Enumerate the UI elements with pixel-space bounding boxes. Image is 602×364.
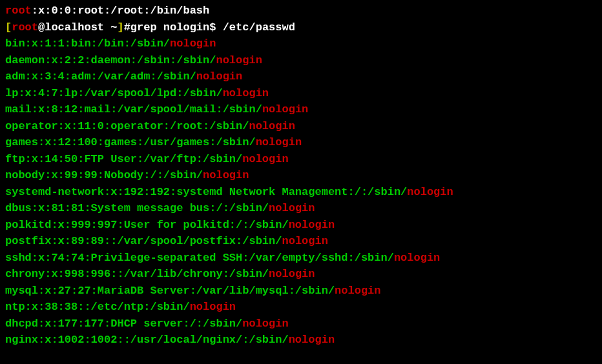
entry-prefix: games:x:12:100:games:/usr/games:/sbin/ <box>5 136 256 148</box>
prompt-host: @localhost ~ <box>38 21 117 34</box>
root-rest: :x:0:0:root:/root:/bin/bash <box>32 5 209 17</box>
entry-prefix: mysql:x:27:27:MariaDB Server:/var/lib/my… <box>5 285 335 297</box>
entry-prefix: adm:x:3:4:adm:/var/adm:/sbin/ <box>5 70 196 83</box>
entry-prefix: dhcpd:x:177:177:DHCP server:/:/sbin/ <box>5 318 242 330</box>
output-line: systemd-network:x:192:192:systemd Networ… <box>5 184 597 201</box>
entry-prefix: daemon:x:2:2:daemon:/sbin:/sbin/ <box>5 54 216 66</box>
entry-match: nologin <box>203 169 249 181</box>
entry-match: nologin <box>196 70 242 83</box>
entry-match: nologin <box>242 318 288 330</box>
output-line: ftp:x:14:50:FTP User:/var/ftp:/sbin/nolo… <box>5 151 597 168</box>
entry-prefix: bin:x:1:1:bin:/bin:/sbin/ <box>5 37 170 50</box>
entry-prefix: chrony:x:998:996::/var/lib/chrony:/sbin/ <box>5 268 269 280</box>
entry-match: nologin <box>262 103 308 116</box>
entry-match: nologin <box>335 285 380 297</box>
entry-prefix: lp:x:4:7:lp:/var/spool/lpd:/sbin/ <box>5 87 223 99</box>
output-line: daemon:x:2:2:daemon:/sbin:/sbin/nologin <box>5 52 597 69</box>
output-line: dbus:x:81:81:System message bus:/:/sbin/… <box>5 200 597 217</box>
output-line: chrony:x:998:996::/var/lib/chrony:/sbin/… <box>5 266 597 283</box>
entry-prefix: dbus:x:81:81:System message bus:/:/sbin/ <box>5 202 269 214</box>
entry-prefix: sshd:x:74:74:Privilege-separated SSH:/va… <box>5 252 394 264</box>
output-line: lp:x:4:7:lp:/var/spool/lpd:/sbin/nologin <box>5 85 597 102</box>
command-prompt-line[interactable]: [root@localhost ~]#grep nologin$ /etc/pa… <box>5 19 597 36</box>
entry-prefix: postfix:x:89:89::/var/spool/postfix:/sbi… <box>5 235 282 247</box>
entry-match: nologin <box>256 136 302 148</box>
entry-match: nologin <box>282 235 327 247</box>
entry-prefix: ntp:x:38:38::/etc/ntp:/sbin/ <box>5 301 190 313</box>
output-line: ntp:x:38:38::/etc/ntp:/sbin/nologin <box>5 299 597 316</box>
entry-match: nologin <box>249 120 295 132</box>
entry-match: nologin <box>190 301 236 313</box>
bracket-open: [ <box>5 21 12 34</box>
entry-match: nologin <box>269 268 315 280</box>
grep-output: bin:x:1:1:bin:/bin:/sbin/nologindaemon:x… <box>5 35 597 349</box>
entry-prefix: systemd-network:x:192:192:systemd Networ… <box>5 186 407 198</box>
entry-match: nologin <box>407 186 453 198</box>
prompt-user: root <box>12 21 38 34</box>
output-line: polkitd:x:999:997:User for polkitd:/:/sb… <box>5 217 597 234</box>
entry-match: nologin <box>223 87 269 99</box>
prompt-hash: # <box>124 21 130 34</box>
root-user: root <box>5 5 32 17</box>
output-line: mysql:x:27:27:MariaDB Server:/var/lib/my… <box>5 283 597 299</box>
command-text: grep nologin$ /etc/passwd <box>130 21 295 34</box>
output-line: nginx:x:1002:1002::/usr/local/nginx/:/sb… <box>5 332 597 349</box>
output-line: mail:x:8:12:mail:/var/spool/mail:/sbin/n… <box>5 101 597 118</box>
output-line: nobody:x:99:99:Nobody:/:/sbin/nologin <box>5 167 597 184</box>
passwd-root-line: root:x:0:0:root:/root:/bin/bash <box>5 3 597 19</box>
output-line: postfix:x:89:89::/var/spool/postfix:/sbi… <box>5 233 597 250</box>
output-line: dhcpd:x:177:177:DHCP server:/:/sbin/nolo… <box>5 316 597 332</box>
entry-match: nologin <box>269 202 315 214</box>
output-line: games:x:12:100:games:/usr/games:/sbin/no… <box>5 134 597 151</box>
entry-prefix: mail:x:8:12:mail:/var/spool/mail:/sbin/ <box>5 103 262 116</box>
output-line: sshd:x:74:74:Privilege-separated SSH:/va… <box>5 250 597 267</box>
entry-prefix: nobody:x:99:99:Nobody:/:/sbin/ <box>5 169 203 181</box>
entry-prefix: operator:x:11:0:operator:/root:/sbin/ <box>5 120 249 132</box>
output-line: bin:x:1:1:bin:/bin:/sbin/nologin <box>5 35 597 52</box>
entry-match: nologin <box>289 219 335 231</box>
entry-match: nologin <box>242 153 288 165</box>
entry-prefix: nginx:x:1002:1002::/usr/local/nginx/:/sb… <box>5 334 289 346</box>
entry-prefix: polkitd:x:999:997:User for polkitd:/:/sb… <box>5 219 289 231</box>
output-line: adm:x:3:4:adm:/var/adm:/sbin/nologin <box>5 68 597 85</box>
bracket-close: ] <box>117 21 123 34</box>
entry-prefix: ftp:x:14:50:FTP User:/var/ftp:/sbin/ <box>5 153 242 165</box>
entry-match: nologin <box>394 252 440 264</box>
entry-match: nologin <box>216 54 262 66</box>
entry-match: nologin <box>170 37 216 50</box>
output-line: operator:x:11:0:operator:/root:/sbin/nol… <box>5 118 597 135</box>
entry-match: nologin <box>289 334 335 346</box>
